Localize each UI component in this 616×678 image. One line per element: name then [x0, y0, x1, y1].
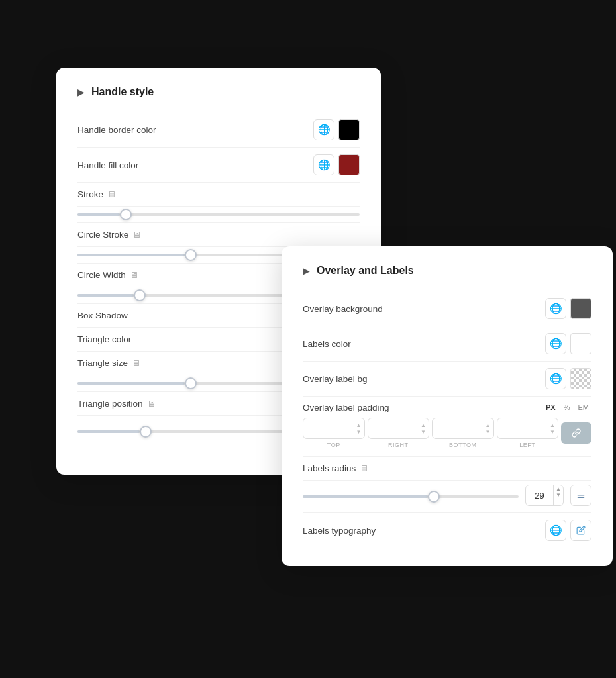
padding-inputs: ▲ ▼ TOP ▲ ▼ RIGHT: [303, 418, 591, 448]
overlay-labels-header: ▶ Overlay and Labels: [303, 265, 591, 277]
overlay-label-bg-globe-btn[interactable]: 🌐: [545, 368, 566, 389]
labels-color-controls: 🌐: [545, 333, 591, 354]
circle-width-slider-fill: [77, 294, 134, 297]
padding-top-label: TOP: [327, 442, 340, 448]
labels-radius-arrows: ▲ ▼: [553, 485, 563, 505]
padding-left-down[interactable]: ▼: [550, 429, 555, 435]
labels-radius-value: 29: [526, 491, 553, 501]
padding-top-wrap: ▲ ▼ TOP: [303, 418, 365, 448]
chevron-icon: ▶: [77, 87, 85, 97]
circle-stroke-slider-thumb[interactable]: [185, 249, 197, 261]
labels-typography-pencil-btn[interactable]: [570, 520, 591, 541]
triangle-size-monitor-icon: 🖥: [132, 358, 140, 368]
circle-stroke-slider-fill: [77, 254, 185, 256]
unit-buttons: PX % EM: [543, 402, 591, 412]
handle-style-header: ▶ Handle style: [77, 86, 360, 98]
padding-link-btn[interactable]: [561, 422, 591, 444]
padding-bottom-down[interactable]: ▼: [486, 429, 491, 435]
circle-width-label: Circle Width 🖥: [77, 270, 138, 280]
labels-radius-up-arrow[interactable]: ▲: [556, 487, 561, 492]
overlay-chevron-icon: ▶: [303, 266, 310, 276]
padding-label-row: Overlay label padding PX % EM: [303, 402, 591, 412]
labels-color-label: Labels color: [303, 339, 351, 349]
box-shadow-label: Box Shadow: [77, 311, 128, 320]
padding-left-input[interactable]: ▲ ▼: [497, 418, 559, 439]
padding-right-input[interactable]: ▲ ▼: [368, 418, 430, 439]
triangle-position-label: Triangle position 🖥: [77, 399, 156, 409]
overlay-label-padding-row: Overlay label padding PX % EM ▲ ▼: [303, 397, 591, 457]
labels-typography-label: Labels typography: [303, 526, 376, 536]
padding-left-label: LEFT: [519, 442, 535, 448]
padding-bottom-label: BOTTOM: [449, 442, 476, 448]
labels-radius-row: Labels radius 🖥: [303, 457, 591, 481]
circle-width-monitor-icon: 🖥: [130, 270, 138, 280]
panels-container: ▶ Handle style Handle border color 🌐 Han…: [56, 68, 560, 610]
overlay-bg-controls: 🌐: [545, 298, 591, 319]
padding-bottom-up[interactable]: ▲: [486, 422, 491, 428]
handle-border-color-controls: 🌐: [313, 119, 360, 140]
handle-border-color-label: Handle border color: [77, 125, 156, 135]
padding-top-down[interactable]: ▼: [356, 429, 362, 435]
overlay-label-bg-row: Overlay label bg 🌐: [303, 362, 591, 397]
labels-color-row: Labels color 🌐: [303, 326, 591, 362]
labels-radius-slider-track[interactable]: [303, 495, 519, 498]
overlay-label-bg-swatch[interactable]: [570, 368, 591, 389]
circle-width-slider-thumb[interactable]: [134, 289, 146, 301]
overlay-bg-row: Overlay background 🌐: [303, 291, 591, 326]
overlay-labels-title: Overlay and Labels: [317, 265, 414, 277]
overlay-label-padding-label: Overlay label padding: [303, 403, 389, 412]
padding-left-up[interactable]: ▲: [550, 422, 555, 428]
triangle-position-slider-fill: [77, 430, 140, 433]
triangle-position-slider-track[interactable]: [77, 430, 285, 433]
unit-px-btn[interactable]: PX: [543, 402, 558, 412]
unit-percent-btn[interactable]: %: [561, 402, 573, 412]
triangle-size-label: Triangle size 🖥: [77, 358, 140, 368]
triangle-size-slider-fill: [77, 382, 185, 385]
triangle-size-slider-thumb[interactable]: [185, 377, 197, 389]
labels-radius-down-arrow[interactable]: ▼: [556, 493, 561, 498]
labels-typography-globe-btn[interactable]: 🌐: [545, 520, 566, 541]
overlay-label-bg-controls: 🌐: [545, 368, 591, 389]
overlay-label-bg-label: Overlay label bg: [303, 374, 368, 384]
stroke-slider-thumb[interactable]: [120, 209, 132, 220]
handle-border-color-row: Handle border color 🌐: [77, 113, 360, 148]
labels-radius-slider-fill: [303, 495, 428, 498]
labels-radius-slider-row: 29 ▲ ▼: [303, 481, 591, 513]
padding-right-wrap: ▲ ▼ RIGHT: [368, 418, 430, 448]
overlay-bg-globe-btn[interactable]: 🌐: [545, 298, 566, 319]
padding-top-up[interactable]: ▲: [356, 422, 362, 428]
handle-fill-color-label: Handle fill color: [77, 160, 138, 170]
handle-border-color-swatch[interactable]: [338, 119, 360, 140]
stroke-slider-track[interactable]: [77, 213, 360, 216]
padding-left-wrap: ▲ ▼ LEFT: [497, 418, 559, 448]
padding-bottom-wrap: ▲ ▼ BOTTOM: [432, 418, 494, 448]
handle-fill-globe-btn[interactable]: 🌐: [313, 154, 334, 175]
labels-radius-label: Labels radius 🖥: [303, 463, 368, 473]
handle-fill-color-swatch[interactable]: [338, 154, 360, 175]
triangle-position-monitor-icon: 🖥: [147, 399, 156, 409]
unit-em-btn[interactable]: EM: [576, 402, 592, 412]
padding-top-input[interactable]: ▲ ▼: [303, 418, 365, 439]
stroke-row: Stroke 🖥: [77, 183, 360, 207]
handle-fill-color-controls: 🌐: [313, 154, 360, 175]
stroke-slider-fill: [77, 213, 120, 216]
labels-typography-row: Labels typography 🌐: [303, 513, 591, 548]
stroke-monitor-icon: 🖥: [107, 189, 116, 199]
triangle-color-label: Triangle color: [77, 334, 131, 344]
stroke-slider-row: [77, 207, 360, 223]
labels-radius-slider-thumb[interactable]: [428, 491, 440, 503]
triangle-position-slider-thumb[interactable]: [140, 426, 152, 438]
handle-border-globe-btn[interactable]: 🌐: [313, 119, 334, 140]
overlay-labels-panel: ▶ Overlay and Labels Overlay background …: [282, 246, 613, 566]
labels-radius-stack-btn[interactable]: [570, 485, 591, 506]
labels-radius-value-input[interactable]: 29 ▲ ▼: [525, 485, 564, 506]
labels-color-globe-btn[interactable]: 🌐: [545, 333, 566, 354]
handle-style-title: Handle style: [91, 86, 154, 98]
padding-right-down[interactable]: ▼: [421, 429, 426, 435]
padding-right-up[interactable]: ▲: [421, 422, 426, 428]
labels-color-swatch[interactable]: [570, 333, 591, 354]
circle-stroke-label: Circle Stroke 🖥: [77, 230, 141, 240]
overlay-bg-color-swatch[interactable]: [570, 298, 591, 319]
padding-bottom-input[interactable]: ▲ ▼: [432, 418, 494, 439]
circle-stroke-row: Circle Stroke 🖥: [77, 223, 360, 247]
